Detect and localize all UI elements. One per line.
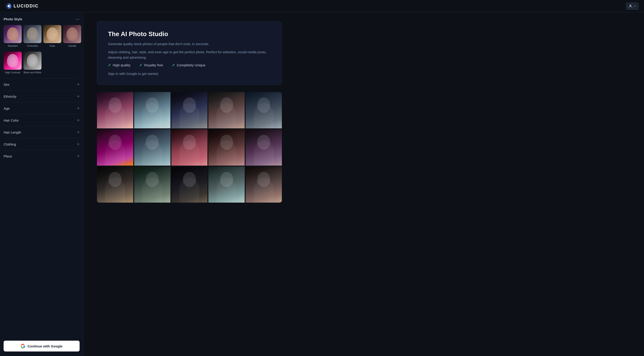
style-standard-label: Standard [8, 45, 18, 47]
style-insta-thumb [43, 25, 61, 43]
filter-hair-length-expand-icon: + [77, 130, 80, 134]
filter-sex[interactable]: Sex + [4, 78, 80, 90]
photo-grid [97, 92, 282, 203]
photo-cell-5 [246, 92, 282, 128]
feature-unique-label: Completely Unique [177, 63, 206, 67]
style-cinematic-label: Cinematic [27, 45, 38, 47]
user-menu-button[interactable] [626, 3, 638, 10]
photo-cell-3 [171, 92, 208, 128]
filter-age[interactable]: Age + [4, 102, 80, 114]
main-content: The AI Photo Studio Generate quality sto… [84, 12, 644, 356]
svg-point-2 [630, 5, 631, 7]
feature-unique: ✓ Completely Unique [172, 63, 206, 67]
filter-ethnicity[interactable]: Ethnicity + [4, 90, 80, 102]
features-row: ✓ High quality ✓ Royality free ✓ Complet… [108, 63, 271, 67]
filter-hair-length-label: Hair Length [4, 130, 21, 134]
photo-cell-4 [208, 92, 245, 128]
face-cinematic-overlay [27, 27, 38, 41]
photo-cell-7 [134, 129, 170, 166]
photo-style-grid-row2: High Contrast Black and White [4, 52, 80, 74]
user-icon [628, 4, 632, 8]
feature-royalty-label: Royality free [144, 63, 163, 67]
photo-cell-6 [97, 129, 133, 166]
main-layout: Photo Style — Standard Cinematic [0, 12, 644, 356]
photo-cell-9 [208, 129, 245, 166]
style-candid-label: Candid [68, 45, 76, 47]
check-icon-quality: ✓ [108, 63, 111, 67]
photo-style-section: Photo Style — [4, 17, 80, 22]
style-candid[interactable]: Candid [63, 25, 81, 47]
filter-hair-color-expand-icon: + [77, 118, 80, 123]
face-standard-overlay [7, 27, 18, 41]
style-standard-thumb [4, 25, 22, 43]
logo-text: LUCIDDIC [14, 4, 39, 9]
style-bw-label: Black and White [24, 71, 41, 74]
style-high-contrast-thumb [4, 52, 22, 70]
top-nav: LUCIDDIC [0, 0, 644, 12]
style-high-contrast[interactable]: High Contrast [4, 52, 22, 74]
filter-sex-label: Sex [4, 83, 10, 86]
sidebar-footer: Continue with Google [4, 336, 80, 351]
filter-hair-color[interactable]: Hair Color + [4, 114, 80, 126]
style-insta[interactable]: Insta [43, 25, 61, 47]
filter-place-expand-icon: + [77, 154, 80, 158]
collapse-icon[interactable]: — [76, 17, 80, 22]
photo-style-title: Photo Style [4, 17, 22, 21]
feature-high-quality: ✓ High quality [108, 63, 130, 67]
filter-hair-length[interactable]: Hair Length + [4, 126, 80, 138]
filter-place[interactable]: Place + [4, 150, 80, 162]
filter-sex-expand-icon: + [77, 82, 80, 87]
face-candid-overlay [66, 27, 78, 41]
filter-clothing[interactable]: Clothing + [4, 138, 80, 150]
face-insta-overlay [47, 27, 58, 41]
google-btn-label: Continue with Google [28, 344, 62, 348]
style-candid-thumb [63, 25, 81, 43]
photo-cell-12 [134, 167, 170, 203]
face-hc-overlay [7, 54, 18, 68]
photo-cell-14 [208, 167, 245, 203]
style-cinematic[interactable]: Cinematic [24, 25, 42, 47]
photo-cell-13 [171, 167, 208, 203]
filter-clothing-label: Clothing [4, 142, 16, 146]
logo-icon [6, 3, 12, 9]
filter-clothing-expand-icon: + [77, 142, 80, 146]
photo-cell-1 [97, 92, 133, 128]
check-icon-royalty: ✓ [139, 63, 142, 67]
hero-card: The AI Photo Studio Generate quality sto… [97, 21, 282, 85]
sidebar: Photo Style — Standard Cinematic [0, 12, 84, 356]
svg-point-1 [8, 5, 10, 7]
face-bw-overlay [27, 54, 38, 68]
check-icon-unique: ✓ [172, 63, 175, 67]
hero-title: The AI Photo Studio [108, 31, 271, 38]
photo-cell-10 [246, 129, 282, 166]
feature-quality-label: High quality [113, 63, 130, 67]
photo-style-grid-row1: Standard Cinematic Insta Candid [4, 25, 80, 47]
style-bw-thumb [24, 52, 42, 70]
photo-cell-15 [246, 167, 282, 203]
continue-with-google-button[interactable]: Continue with Google [4, 341, 80, 351]
chevron-down-icon [634, 5, 636, 8]
style-insta-label: Insta [50, 45, 55, 47]
style-high-contrast-label: High Contrast [5, 71, 20, 74]
feature-royalty-free: ✓ Royality free [139, 63, 163, 67]
google-logo-icon [21, 344, 25, 348]
filter-place-label: Place [4, 154, 12, 158]
style-standard[interactable]: Standard [4, 25, 22, 47]
signin-text: Sign in with Google to get started. [108, 72, 271, 76]
hero-desc2: Adjust clothing, hair, style, and even a… [108, 49, 271, 60]
photo-cell-11 [97, 167, 133, 203]
style-black-white[interactable]: Black and White [24, 52, 42, 74]
filter-ethnicity-label: Ethnicity [4, 95, 16, 98]
filter-hair-color-label: Hair Color [4, 118, 19, 122]
style-cinematic-thumb [24, 25, 42, 43]
filter-ethnicity-expand-icon: + [77, 94, 80, 99]
photo-cell-2 [134, 92, 170, 128]
photo-cell-8 [171, 129, 208, 166]
nav-right [626, 3, 638, 10]
hero-desc1: Generate quality stock photos of people … [108, 41, 271, 47]
logo: LUCIDDIC [6, 3, 39, 9]
filter-age-expand-icon: + [77, 106, 80, 111]
filter-age-label: Age [4, 107, 10, 110]
